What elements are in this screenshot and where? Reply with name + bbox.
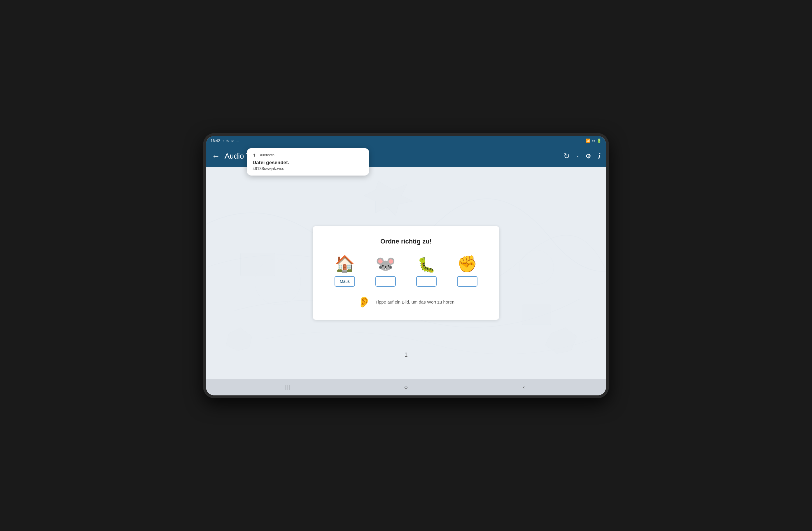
overflow-icon: ··· [236,139,239,143]
answer-box-3[interactable] [416,276,437,286]
images-row: 🏠 Maus 🐭 🐛 [327,256,485,286]
svg-rect-3 [522,305,551,325]
bottom-nav: ||| ○ ‹ [206,379,606,395]
status-left: 16:42 ↑ ◎ ▷ ··· [211,138,239,143]
notification-header: ⬆ Bluetooth [252,153,363,158]
notification-subtitle: 49138iwwjak.wsc [252,166,363,171]
time-display: 16:42 [211,138,220,143]
tablet-frame: 16:42 ↑ ◎ ▷ ··· 📶 ⊘ 🔋 ← Audio Test 2 ↻ ●… [203,133,609,398]
upload-icon: ↑ [222,139,224,143]
home-circle-icon: ○ [404,383,408,391]
image-item-4: ✊ [450,256,485,286]
fist-emoji[interactable]: ✊ [457,256,477,272]
exercise-card: Ordne richtig zu! 🏠 Maus 🐭 [313,226,499,320]
back-button[interactable]: ← [212,152,220,161]
nav-home-button[interactable]: ○ [400,381,412,393]
app-bar: ← Audio Test 2 ↻ ● ⚙ i ⬆ Bluetooth Datei… [206,146,606,167]
menu-lines-icon: ||| [285,384,291,390]
answer-box-1[interactable]: Maus [335,276,355,286]
nav-menu-button[interactable]: ||| [282,381,294,393]
cast-icon: ▷ [232,139,234,143]
bluetooth-icon: ⬆ [252,153,256,158]
toolbar-icons: ↻ ● ⚙ i [564,152,600,161]
image-item-3: 🐛 [409,257,444,286]
location-icon: ◎ [226,139,229,143]
svg-point-0 [255,259,301,305]
nav-back-button[interactable]: ‹ [518,381,530,393]
info-button[interactable]: i [598,152,600,160]
svg-point-1 [519,250,554,284]
status-right: 📶 ⊘ 🔋 [586,138,601,143]
hint-text: Tippe auf ein Bild, um das Wort zu hören [375,299,454,305]
answer-box-4[interactable] [457,276,477,286]
page-number: 1 [404,351,407,358]
answer-box-2[interactable] [375,276,396,286]
word-maus[interactable]: Maus [340,279,350,284]
ear-emoji: 👂 [358,296,371,308]
nav-back-icon: ‹ [523,384,525,390]
hint-row: 👂 Tippe auf ein Bild, um das Wort zu hör… [327,294,485,308]
wifi-icon: 📶 [586,138,590,143]
notification-title: Datei gesendet. [252,160,363,166]
notification-source: Bluetooth [258,153,274,157]
reload-button[interactable]: ↻ [564,152,570,161]
mouse-emoji[interactable]: 🐭 [375,256,396,272]
dot-separator: ● [577,155,578,158]
content-area: Ordne richtig zu! 🏠 Maus 🐭 [206,167,606,379]
battery-icon: 🔋 [597,138,601,143]
tablet-screen: 16:42 ↑ ◎ ▷ ··· 📶 ⊘ 🔋 ← Audio Test 2 ↻ ●… [206,136,606,395]
settings-button[interactable]: ⚙ [585,152,591,160]
card-title: Ordne richtig zu! [327,238,485,245]
image-item-2: 🐭 [368,256,403,286]
image-item-1: 🏠 Maus [327,256,362,286]
house-emoji[interactable]: 🏠 [335,256,355,272]
bug-emoji[interactable]: 🐛 [417,257,435,272]
status-bar: 16:42 ↑ ◎ ▷ ··· 📶 ⊘ 🔋 [206,136,606,146]
notification-popup: ⬆ Bluetooth Datei gesendet. 49138iwwjak.… [247,148,369,176]
dnd-icon: ⊘ [592,139,595,143]
svg-rect-2 [240,253,275,276]
